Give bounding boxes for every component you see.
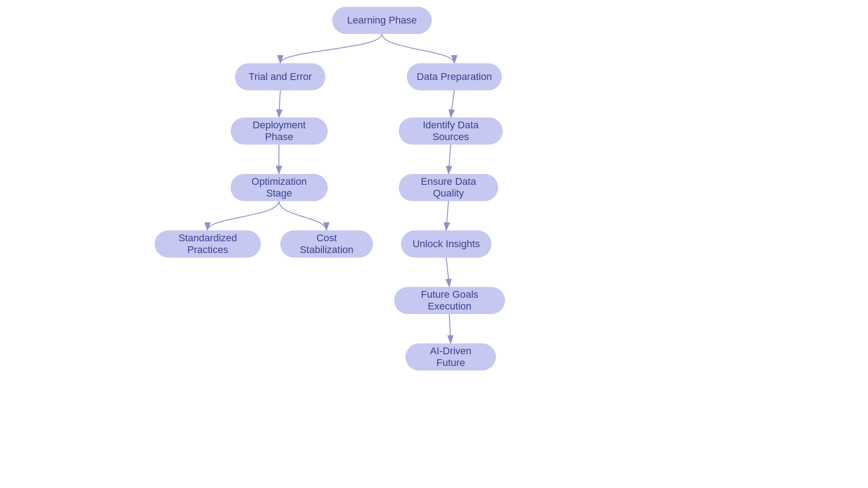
svg-line-4 [448,145,451,174]
future-goals-execution-node: Future Goals Execution [394,287,505,314]
ai-driven-future-node: AI-Driven Future [406,343,496,371]
unlock-insights-node: Unlock Insights [401,230,491,258]
svg-line-5 [446,201,448,230]
data-preparation-node: Data Preparation [407,63,502,90]
optimization-stage-node: Optimization Stage [231,174,328,201]
svg-line-2 [451,90,454,117]
standardized-practices-node: Standardized Practices [155,230,261,258]
trial-and-error-node: Trial and Error [235,63,326,90]
cost-stabilization-node: Cost Stabilization [280,230,373,258]
learning-phase-node: Learning Phase [332,7,432,34]
deployment-phase-node: Deployment Phase [231,117,328,145]
svg-line-7 [449,314,451,343]
svg-line-6 [446,258,449,287]
ensure-data-quality-node: Ensure Data Quality [399,174,498,201]
svg-line-1 [279,90,280,117]
diagram-container: Learning Phase Trial and Error Data Prep… [0,0,868,488]
identify-data-sources-node: Identify Data Sources [399,117,503,145]
